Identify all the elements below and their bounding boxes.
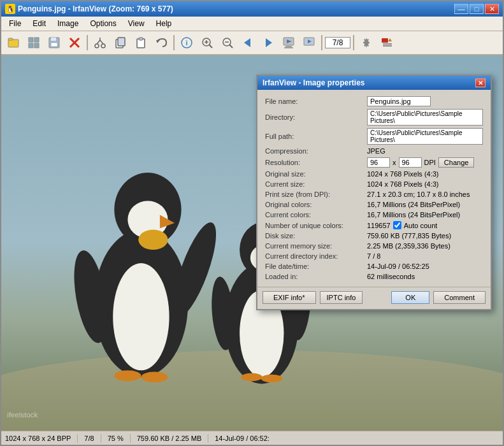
svg-point-12	[101, 44, 105, 48]
svg-rect-7	[51, 38, 56, 41]
prop-directory: Directory: C:\Users\Public\Pictures\Samp…	[263, 108, 486, 127]
exif-info-button[interactable]: EXIF info*	[263, 291, 316, 304]
toolbar-settings[interactable]	[357, 34, 376, 52]
svg-rect-5	[34, 43, 39, 48]
comment-button[interactable]: Comment	[433, 291, 486, 304]
svg-point-46	[113, 263, 169, 370]
prop-print-size-label: Print size (from DPI):	[263, 189, 364, 199]
menu-view[interactable]: View	[123, 18, 150, 29]
svg-point-54	[141, 371, 168, 382]
close-button[interactable]: ✕	[485, 4, 499, 14]
prop-dir-index-value: 7 / 8	[364, 251, 486, 261]
prop-dir-index-label: Current directory index:	[263, 251, 364, 261]
svg-line-14	[100, 40, 103, 44]
toolbar-next[interactable]	[259, 34, 278, 52]
toolbar-sep-2	[173, 35, 175, 50]
menu-image[interactable]: Image	[52, 18, 83, 29]
toolbar-copy[interactable]	[111, 34, 130, 52]
dialog-left-buttons: EXIF info* IPTC info	[263, 291, 363, 304]
change-resolution-button[interactable]: Change	[438, 157, 475, 168]
toolbar-open[interactable]	[4, 34, 23, 52]
svg-point-53	[114, 370, 141, 381]
toolbar-slideshow[interactable]	[279, 34, 298, 52]
svg-rect-39	[382, 38, 388, 43]
svg-rect-4	[29, 43, 33, 48]
dialog-body: File name: Penguins.jpg Directory: C:\Us…	[257, 90, 491, 287]
status-sep-4	[208, 434, 208, 443]
toolbar-zoom-in[interactable]	[198, 34, 217, 52]
prop-fullpath: Full path: C:\Users\Public\Pictures\Samp…	[263, 127, 486, 146]
prop-loaded-in-label: Loaded in:	[263, 271, 364, 282]
dialog-title-bar: IrfanView - Image properties ✕	[257, 76, 491, 90]
prop-filename: File name: Penguins.jpg	[263, 95, 486, 108]
menu-bar: File Edit Image Options View Help	[1, 17, 503, 31]
resolution-x: x	[392, 159, 396, 166]
svg-rect-17	[118, 38, 125, 46]
ok-button[interactable]: OK	[391, 291, 429, 304]
unique-colors-value: 119657	[367, 222, 391, 229]
maximize-button[interactable]: □	[470, 4, 484, 14]
svg-marker-42	[388, 38, 392, 41]
prop-disk-size: Disk size: 759.60 KB (777,835 Bytes)	[263, 231, 486, 241]
prop-original-colors: Original colors: 16,7 Millions (24 BitsP…	[263, 199, 486, 210]
dialog-buttons: EXIF info* IPTC info OK Comment	[257, 287, 491, 309]
app-icon: 🐧	[5, 4, 15, 14]
prop-current-size-label: Current size:	[263, 179, 364, 189]
svg-rect-3	[34, 38, 39, 42]
auto-count-checkbox[interactable]	[393, 221, 401, 229]
toolbar-counter: 7/8	[325, 37, 350, 48]
svg-rect-1	[8, 38, 13, 40]
prop-memory-size: Current memory size: 2.25 MB (2,359,336 …	[263, 241, 486, 251]
prop-current-size: Current size: 1024 x 768 Pixels (4:3)	[263, 179, 486, 189]
prop-memory-size-value: 2.25 MB (2,359,336 Bytes)	[364, 241, 486, 251]
title-bar: 🐧 Penguins.jpg - IrfanView (Zoom: 769 x …	[1, 1, 503, 17]
prop-fullpath-value: C:\Users\Public\Pictures\Sample Pictures…	[367, 128, 483, 145]
prop-unique-colors-label: Number of unique colors:	[263, 220, 364, 231]
toolbar-sep-4	[353, 35, 354, 50]
prop-print-size: Print size (from DPI): 27.1 x 20.3 cm; 1…	[263, 189, 486, 199]
dialog-close-button[interactable]: ✕	[475, 78, 486, 87]
toolbar-prev[interactable]	[238, 34, 257, 52]
resolution-controls: x DPI Change	[367, 157, 483, 168]
status-sep-1	[77, 434, 78, 443]
toolbar-thumbnail[interactable]	[24, 34, 43, 52]
status-datetime: 14-Jul-09 / 06:52:	[215, 435, 270, 442]
auto-count-label: Auto count	[404, 222, 438, 229]
prop-datetime-label: File date/time:	[263, 261, 364, 271]
resolution-dpi2-input[interactable]	[399, 157, 422, 168]
iptc-info-button[interactable]: IPTC info	[320, 291, 363, 304]
prop-compression-value: JPEG	[364, 146, 486, 156]
prop-disk-size-value: 759.60 KB (777,835 Bytes)	[364, 231, 486, 241]
minimize-button[interactable]: —	[454, 4, 468, 14]
toolbar-undo[interactable]	[152, 34, 171, 52]
image-properties-dialog: IrfanView - Image properties ✕ File name…	[256, 75, 492, 310]
toolbar-delete[interactable]	[65, 34, 84, 52]
svg-point-64	[261, 375, 283, 383]
menu-help[interactable]: Help	[151, 18, 177, 29]
svg-line-13	[97, 40, 100, 44]
prop-datetime: File date/time: 14-Jul-09 / 06:52:25	[263, 261, 486, 271]
prop-current-colors-value: 16,7 Millions (24 BitsPerPixel)	[364, 210, 486, 220]
toolbar-paste[interactable]	[131, 34, 150, 52]
toolbar-zoom-out[interactable]	[218, 34, 237, 52]
toolbar-sep-3	[321, 35, 322, 50]
toolbar-save[interactable]	[45, 34, 64, 52]
menu-file[interactable]: File	[4, 18, 26, 29]
status-filesize: 759.60 KB / 2.25 MB	[137, 435, 202, 442]
svg-text:i: i	[185, 39, 187, 47]
toolbar-cut[interactable]	[90, 34, 110, 52]
resolution-dpi1-input[interactable]	[367, 157, 390, 168]
toolbar-batch[interactable]	[377, 34, 396, 52]
toolbar-start[interactable]	[299, 34, 319, 52]
status-position: 7/8	[84, 435, 94, 442]
prop-filename-value: Penguins.jpg	[367, 96, 431, 106]
prop-filename-label: File name:	[263, 95, 364, 108]
toolbar-info[interactable]: i	[177, 34, 196, 52]
menu-edit[interactable]: Edit	[27, 18, 51, 29]
svg-point-50	[138, 229, 168, 250]
svg-rect-19	[139, 38, 143, 40]
prop-print-size-value: 27.1 x 20.3 cm; 10.7 x 8.0 inches	[364, 189, 486, 199]
unique-colors-row: 119657 Auto count	[367, 221, 483, 229]
menu-options[interactable]: Options	[85, 18, 121, 29]
prop-dir-index: Current directory index: 7 / 8	[263, 251, 486, 261]
